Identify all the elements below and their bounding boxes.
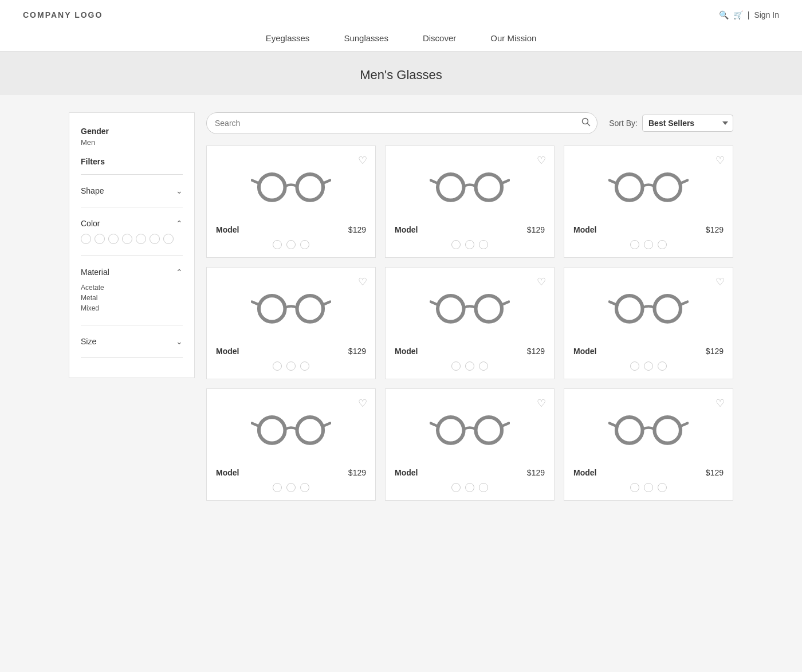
product-price: $129 <box>527 347 545 356</box>
color-swatch-5[interactable] <box>136 234 146 244</box>
color-swatch-3[interactable] <box>108 234 119 244</box>
svg-line-16 <box>252 302 259 305</box>
product-info: Model$129 <box>216 347 366 356</box>
color-dot[interactable] <box>286 483 296 492</box>
search-button[interactable] <box>581 117 591 129</box>
header: COMPANY LOGO 🔍 🛒 | Sign In Eyeglasses Su… <box>0 0 802 52</box>
color-dot[interactable] <box>286 240 296 249</box>
color-dot[interactable] <box>479 483 488 492</box>
product-name: Model <box>573 225 596 234</box>
wishlist-button[interactable]: ♡ <box>358 276 367 288</box>
size-label: Size <box>81 337 96 346</box>
color-dot[interactable] <box>630 361 639 371</box>
divider: | <box>748 10 750 19</box>
main-content: Gender Men Filters Shape ⌄ Color ⌃ Mater… <box>57 95 745 518</box>
color-dot[interactable] <box>465 240 474 249</box>
color-swatch-7[interactable] <box>163 234 174 244</box>
color-swatch-6[interactable] <box>150 234 160 244</box>
glasses-image <box>573 398 724 461</box>
product-color-dots <box>573 361 724 371</box>
company-logo: COMPANY LOGO <box>23 10 103 19</box>
search-input[interactable] <box>206 112 597 134</box>
color-dot[interactable] <box>451 361 461 371</box>
svg-point-7 <box>476 174 502 201</box>
product-price: $129 <box>348 225 366 234</box>
color-dot[interactable] <box>644 483 653 492</box>
product-area: Sort By: Best Sellers Price: Low to High… <box>206 112 733 501</box>
product-color-dots <box>216 361 366 371</box>
wishlist-button[interactable]: ♡ <box>537 276 546 288</box>
product-card[interactable]: ♡ Model$129 <box>564 146 733 258</box>
divider-3 <box>81 256 183 256</box>
color-dot[interactable] <box>479 240 488 249</box>
sort-select[interactable]: Best Sellers Price: Low to High Price: H… <box>642 115 733 132</box>
color-swatch-1[interactable] <box>81 234 91 244</box>
product-card[interactable]: ♡ Model$129 <box>385 388 555 501</box>
color-dot[interactable] <box>630 240 639 249</box>
product-price: $129 <box>706 225 724 234</box>
shape-chevron-icon: ⌄ <box>176 186 183 195</box>
wishlist-button[interactable]: ♡ <box>715 154 725 167</box>
color-swatch-4[interactable] <box>122 234 132 244</box>
sign-in-link[interactable]: Sign In <box>754 10 779 19</box>
color-dot[interactable] <box>273 483 282 492</box>
material-metal[interactable]: Metal <box>81 293 183 303</box>
search-sort-bar: Sort By: Best Sellers Price: Low to High… <box>206 112 733 134</box>
color-dot[interactable] <box>451 240 461 249</box>
product-card[interactable]: ♡ Model$129 <box>564 267 733 379</box>
product-color-dots <box>573 483 724 492</box>
nav-sunglasses[interactable]: Sunglasses <box>344 33 388 43</box>
color-swatch-2[interactable] <box>95 234 105 244</box>
color-dot[interactable] <box>658 483 667 492</box>
wishlist-button[interactable]: ♡ <box>358 397 367 410</box>
sort-area: Sort By: Best Sellers Price: Low to High… <box>609 115 733 132</box>
material-mixed[interactable]: Mixed <box>81 303 183 313</box>
color-dot[interactable] <box>658 240 667 249</box>
wishlist-button[interactable]: ♡ <box>537 397 546 410</box>
color-filter-row[interactable]: Color ⌃ <box>81 213 183 234</box>
color-dot[interactable] <box>300 483 309 492</box>
color-swatches <box>81 234 183 250</box>
nav-our-mission[interactable]: Our Mission <box>490 33 536 43</box>
color-dot[interactable] <box>273 240 282 249</box>
shape-filter-row[interactable]: Shape ⌄ <box>81 180 183 201</box>
material-filter-row[interactable]: Material ⌃ <box>81 262 183 282</box>
product-card[interactable]: ♡ Model$129 <box>385 146 555 258</box>
wishlist-button[interactable]: ♡ <box>537 154 546 167</box>
color-dot[interactable] <box>644 361 653 371</box>
color-dot[interactable] <box>286 361 296 371</box>
cart-icon[interactable]: 🛒 <box>733 10 743 19</box>
gender-value: Men <box>81 138 183 147</box>
color-dot[interactable] <box>465 483 474 492</box>
glasses-image <box>216 277 366 340</box>
nav-discover[interactable]: Discover <box>423 33 456 43</box>
glasses-image <box>216 398 366 461</box>
nav-eyeglasses[interactable]: Eyeglasses <box>266 33 310 43</box>
material-acetate[interactable]: Acetate <box>81 282 183 293</box>
product-card[interactable]: ♡ Model$129 <box>206 146 376 258</box>
product-grid: ♡ Model$129♡ <box>206 146 733 501</box>
svg-point-23 <box>655 296 681 322</box>
color-dot[interactable] <box>644 240 653 249</box>
product-card[interactable]: ♡ Model$129 <box>564 388 733 501</box>
svg-line-25 <box>681 302 687 305</box>
wishlist-button[interactable]: ♡ <box>715 397 725 410</box>
color-dot[interactable] <box>273 361 282 371</box>
search-icon[interactable]: 🔍 <box>719 10 729 19</box>
color-dot[interactable] <box>630 483 639 492</box>
product-card[interactable]: ♡ Model$129 <box>206 388 376 501</box>
wishlist-button[interactable]: ♡ <box>358 154 367 167</box>
product-card[interactable]: ♡ Model$129 <box>385 267 555 379</box>
product-card[interactable]: ♡ Model$129 <box>206 267 376 379</box>
color-dot[interactable] <box>300 240 309 249</box>
svg-point-34 <box>616 417 643 443</box>
color-dot[interactable] <box>658 361 667 371</box>
wishlist-button[interactable]: ♡ <box>715 276 725 288</box>
size-filter-row[interactable]: Size ⌄ <box>81 331 183 352</box>
product-info: Model$129 <box>395 347 545 356</box>
color-dot[interactable] <box>465 361 474 371</box>
color-dot[interactable] <box>300 361 309 371</box>
material-chevron-icon: ⌃ <box>176 268 183 277</box>
color-dot[interactable] <box>479 361 488 371</box>
color-dot[interactable] <box>451 483 461 492</box>
